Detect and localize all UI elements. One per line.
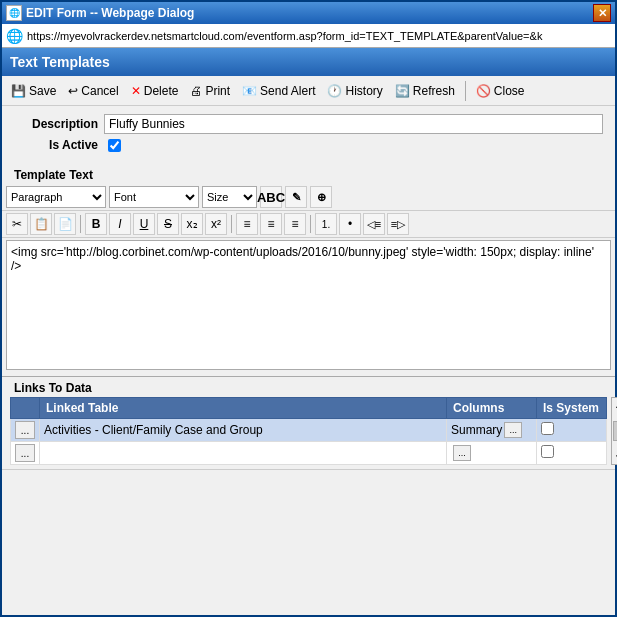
form-area: Description Is Active bbox=[2, 106, 615, 164]
columns-cell-1: Summary ... bbox=[447, 419, 537, 442]
font-select[interactable]: Font bbox=[109, 186, 199, 208]
columns-btn-1[interactable]: ... bbox=[504, 422, 522, 438]
format-button[interactable]: ✎ bbox=[285, 186, 307, 208]
window-close-button[interactable]: ✕ bbox=[593, 4, 611, 22]
unordered-list-button[interactable]: • bbox=[339, 213, 361, 235]
copy-button[interactable]: 📋 bbox=[30, 213, 52, 235]
scroll-down-button[interactable]: ▼ bbox=[613, 451, 617, 464]
refresh-button[interactable]: 🔄 Refresh bbox=[390, 82, 460, 100]
row-action-button-1[interactable]: ... bbox=[15, 421, 35, 439]
panel-header: Text Templates bbox=[2, 48, 615, 76]
address-bar: 🌐 https://myevolvrackerdev.netsmartcloud… bbox=[2, 24, 615, 48]
delete-icon: ✕ bbox=[131, 84, 141, 98]
scroll-up-button[interactable]: ▲ bbox=[613, 398, 617, 411]
row-btn-cell-1: ... bbox=[11, 419, 40, 442]
links-section-label: Links To Data bbox=[2, 377, 615, 397]
is-active-label: Is Active bbox=[14, 138, 104, 152]
refresh-icon: 🔄 bbox=[395, 84, 410, 98]
editor-content: <img src='http://blog.corbinet.com/wp-co… bbox=[11, 245, 594, 273]
col-columns: Columns bbox=[447, 398, 537, 419]
underline-button[interactable]: U bbox=[133, 213, 155, 235]
table-row: ... ... bbox=[11, 442, 607, 465]
send-alert-icon: 📧 bbox=[242, 84, 257, 98]
ordered-list-button[interactable]: 1. bbox=[315, 213, 337, 235]
columns-btn-2[interactable]: ... bbox=[453, 445, 471, 461]
cut-button[interactable]: ✂ bbox=[6, 213, 28, 235]
status-bar bbox=[2, 469, 615, 489]
description-row: Description bbox=[14, 114, 603, 134]
increase-indent-button[interactable]: ≡▷ bbox=[387, 213, 409, 235]
subscript-button[interactable]: x₂ bbox=[181, 213, 203, 235]
fmt-sep-3 bbox=[310, 215, 311, 233]
save-icon: 💾 bbox=[11, 84, 26, 98]
delete-button[interactable]: ✕ Delete bbox=[126, 82, 184, 100]
toolbar-separator bbox=[465, 81, 466, 101]
links-table: Linked Table Columns Is System ... Activ… bbox=[10, 397, 607, 465]
main-toolbar: 💾 Save ↩ Cancel ✕ Delete 🖨 Print 📧 Send … bbox=[2, 76, 615, 106]
spell-check-button[interactable]: ABC bbox=[260, 186, 282, 208]
row-btn-cell-2: ... bbox=[11, 442, 40, 465]
fmt-sep-2 bbox=[231, 215, 232, 233]
editor-toolbar: Paragraph Font Size ABC ✎ ⊕ bbox=[2, 184, 615, 211]
strikethrough-button[interactable]: S bbox=[157, 213, 179, 235]
format-icon: ✎ bbox=[292, 191, 301, 204]
history-button[interactable]: 🕐 History bbox=[322, 82, 387, 100]
links-section: Links To Data Linked Table Columns Is Sy… bbox=[2, 376, 615, 469]
col-linked-table bbox=[11, 398, 40, 419]
linked-table-cell-1: Activities - Client/Family Case and Grou… bbox=[40, 419, 447, 442]
spell-check-icon: ABC bbox=[257, 190, 285, 205]
row-action-button-2[interactable]: ... bbox=[15, 444, 35, 462]
browser-icon: 🌐 bbox=[6, 28, 23, 44]
description-label: Description bbox=[14, 117, 104, 131]
superscript-button[interactable]: x² bbox=[205, 213, 227, 235]
send-alert-button[interactable]: 📧 Send Alert bbox=[237, 82, 320, 100]
align-left-button[interactable]: ≡ bbox=[236, 213, 258, 235]
close-toolbar-icon: 🚫 bbox=[476, 84, 491, 98]
align-right-button[interactable]: ≡ bbox=[284, 213, 306, 235]
text-editor[interactable]: <img src='http://blog.corbinet.com/wp-co… bbox=[6, 240, 611, 370]
cancel-icon: ↩ bbox=[68, 84, 78, 98]
paste-button[interactable]: 📄 bbox=[54, 213, 76, 235]
col-is-system: Is System bbox=[537, 398, 607, 419]
print-icon: 🖨 bbox=[190, 84, 202, 98]
fmt-sep-1 bbox=[80, 215, 81, 233]
is-system-checkbox-1[interactable] bbox=[541, 422, 554, 435]
window-title: EDIT Form -- Webpage Dialog bbox=[26, 6, 194, 20]
save-button[interactable]: 💾 Save bbox=[6, 82, 61, 100]
is-active-checkbox[interactable] bbox=[108, 139, 121, 152]
cancel-button[interactable]: ↩ Cancel bbox=[63, 82, 123, 100]
window-icon: 🌐 bbox=[6, 5, 22, 21]
panel-title: Text Templates bbox=[10, 54, 110, 70]
vertical-scrollbar[interactable]: ▲ ▼ bbox=[611, 397, 617, 465]
template-text-section-label: Template Text bbox=[2, 164, 615, 184]
formatting-bar: ✂ 📋 📄 B I U S x₂ x² ≡ ≡ ≡ 1. • ◁≡ ≡▷ bbox=[2, 211, 615, 238]
size-select[interactable]: Size bbox=[202, 186, 257, 208]
description-input[interactable] bbox=[104, 114, 603, 134]
is-system-cell-2 bbox=[537, 442, 607, 465]
bold-button[interactable]: B bbox=[85, 213, 107, 235]
close-button[interactable]: 🚫 Close bbox=[471, 82, 530, 100]
decrease-indent-button[interactable]: ◁≡ bbox=[363, 213, 385, 235]
paragraph-select[interactable]: Paragraph bbox=[6, 186, 106, 208]
is-active-row: Is Active bbox=[14, 138, 603, 152]
scroll-thumb[interactable] bbox=[613, 421, 617, 441]
align-center-button[interactable]: ≡ bbox=[260, 213, 282, 235]
linked-table-cell-2 bbox=[40, 442, 447, 465]
insert-icon: ⊕ bbox=[317, 191, 326, 204]
main-window: 🌐 EDIT Form -- Webpage Dialog ✕ 🌐 https:… bbox=[0, 0, 617, 617]
address-url: https://myevolvrackerdev.netsmartcloud.c… bbox=[27, 30, 611, 42]
italic-button[interactable]: I bbox=[109, 213, 131, 235]
print-button[interactable]: 🖨 Print bbox=[185, 82, 235, 100]
table-row: ... Activities - Client/Family Case and … bbox=[11, 419, 607, 442]
insert-button[interactable]: ⊕ bbox=[310, 186, 332, 208]
is-system-cell-1 bbox=[537, 419, 607, 442]
is-system-checkbox-2[interactable] bbox=[541, 445, 554, 458]
col-linked-table-label: Linked Table bbox=[40, 398, 447, 419]
columns-cell-2: ... bbox=[447, 442, 537, 465]
title-bar: 🌐 EDIT Form -- Webpage Dialog ✕ bbox=[2, 2, 615, 24]
history-icon: 🕐 bbox=[327, 84, 342, 98]
